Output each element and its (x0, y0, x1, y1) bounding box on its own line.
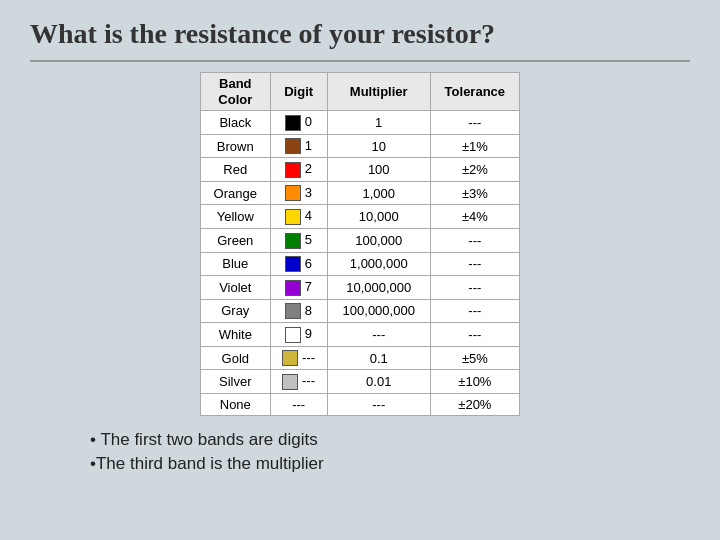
multiplier-cell: 100 (327, 158, 430, 182)
multiplier-cell: 1 (327, 111, 430, 135)
color-swatch (285, 185, 301, 201)
bullet-2: •The third band is the multiplier (90, 454, 690, 474)
multiplier-cell: --- (327, 393, 430, 415)
multiplier-cell: 100,000,000 (327, 299, 430, 323)
multiplier-cell: 10 (327, 134, 430, 158)
table-row: Black 01--- (201, 111, 520, 135)
digit-cell: 6 (270, 252, 327, 276)
tolerance-cell: ±4% (430, 205, 519, 229)
table-row: Red 2100±2% (201, 158, 520, 182)
multiplier-cell: 10,000,000 (327, 276, 430, 300)
col-header-tolerance: Tolerance (430, 73, 519, 111)
band-color-cell: Gold (201, 346, 271, 370)
page-title: What is the resistance of your resistor? (30, 18, 690, 50)
divider (30, 60, 690, 62)
color-swatch (285, 162, 301, 178)
band-color-cell: Violet (201, 276, 271, 300)
band-color-cell: Yellow (201, 205, 271, 229)
band-color-cell: Orange (201, 181, 271, 205)
color-swatch (285, 233, 301, 249)
tolerance-cell: --- (430, 276, 519, 300)
digit-cell: --- (270, 393, 327, 415)
resistor-table: BandColor Digit Multiplier Tolerance Bla… (200, 72, 520, 416)
digit-cell: 1 (270, 134, 327, 158)
slide: What is the resistance of your resistor?… (0, 0, 720, 540)
digit-cell: 4 (270, 205, 327, 229)
content-area: BandColor Digit Multiplier Tolerance Bla… (30, 72, 690, 478)
tolerance-cell: --- (430, 299, 519, 323)
table-row: Brown 110±1% (201, 134, 520, 158)
color-swatch (285, 209, 301, 225)
col-header-multiplier: Multiplier (327, 73, 430, 111)
digit-cell: --- (270, 370, 327, 394)
tolerance-cell: --- (430, 111, 519, 135)
digit-cell: 3 (270, 181, 327, 205)
col-header-band-color: BandColor (201, 73, 271, 111)
multiplier-cell: 1,000 (327, 181, 430, 205)
multiplier-cell: 0.01 (327, 370, 430, 394)
tolerance-cell: ±3% (430, 181, 519, 205)
table-row: Violet 710,000,000--- (201, 276, 520, 300)
tolerance-cell: ±1% (430, 134, 519, 158)
bullet-1: • The first two bands are digits (90, 430, 690, 450)
digit-cell: 8 (270, 299, 327, 323)
col-header-digit: Digit (270, 73, 327, 111)
table-row: Silver ---0.01±10% (201, 370, 520, 394)
digit-cell: 5 (270, 229, 327, 253)
table-row: Gray 8100,000,000--- (201, 299, 520, 323)
table-row: None------±20% (201, 393, 520, 415)
tolerance-cell: ±20% (430, 393, 519, 415)
color-swatch (282, 374, 298, 390)
color-swatch (285, 138, 301, 154)
band-color-cell: White (201, 323, 271, 347)
tolerance-cell: ±5% (430, 346, 519, 370)
band-color-cell: None (201, 393, 271, 415)
band-color-cell: Gray (201, 299, 271, 323)
table-row: Orange 31,000±3% (201, 181, 520, 205)
band-color-cell: Red (201, 158, 271, 182)
multiplier-cell: --- (327, 323, 430, 347)
tolerance-cell: --- (430, 229, 519, 253)
table-row: White 9------ (201, 323, 520, 347)
digit-cell: 7 (270, 276, 327, 300)
color-swatch (285, 327, 301, 343)
digit-cell: 0 (270, 111, 327, 135)
band-color-cell: Blue (201, 252, 271, 276)
bullet-points: • The first two bands are digits •The th… (30, 430, 690, 478)
multiplier-cell: 0.1 (327, 346, 430, 370)
digit-cell: 2 (270, 158, 327, 182)
color-swatch (285, 280, 301, 296)
band-color-cell: Black (201, 111, 271, 135)
tolerance-cell: --- (430, 323, 519, 347)
color-swatch (285, 256, 301, 272)
table-row: Green 5100,000--- (201, 229, 520, 253)
tolerance-cell: --- (430, 252, 519, 276)
band-color-cell: Silver (201, 370, 271, 394)
band-color-cell: Green (201, 229, 271, 253)
table-row: Yellow 410,000±4% (201, 205, 520, 229)
table-row: Gold ---0.1±5% (201, 346, 520, 370)
band-color-cell: Brown (201, 134, 271, 158)
multiplier-cell: 100,000 (327, 229, 430, 253)
color-swatch (282, 350, 298, 366)
tolerance-cell: ±2% (430, 158, 519, 182)
multiplier-cell: 10,000 (327, 205, 430, 229)
digit-cell: 9 (270, 323, 327, 347)
color-swatch (285, 303, 301, 319)
table-row: Blue 61,000,000--- (201, 252, 520, 276)
tolerance-cell: ±10% (430, 370, 519, 394)
multiplier-cell: 1,000,000 (327, 252, 430, 276)
color-swatch (285, 115, 301, 131)
digit-cell: --- (270, 346, 327, 370)
